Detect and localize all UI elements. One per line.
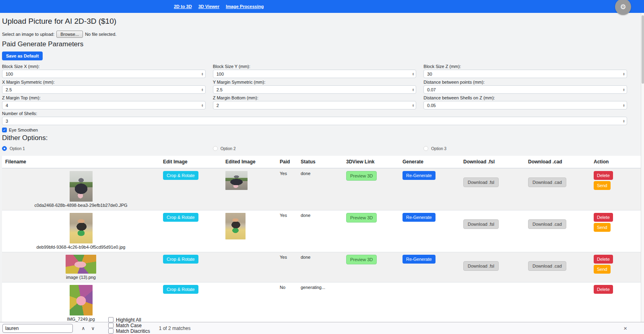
find-option-match-case[interactable]: Match Case (108, 323, 150, 328)
spinner-icon[interactable]: ▲▼ (201, 104, 204, 107)
spinner-icon[interactable]: ▲▼ (623, 72, 625, 76)
gear-icon: ⚙ (620, 4, 626, 10)
delete-button[interactable]: Delete (594, 213, 613, 222)
download-fsl-button[interactable]: Download .fsl (463, 261, 499, 271)
number-input[interactable]: 2▲▼ (213, 101, 417, 109)
form-field: Number of Shells:3▲▼ (2, 111, 627, 125)
number-input[interactable]: 4▲▼ (2, 101, 206, 109)
spinner-icon[interactable]: ▲▼ (201, 88, 204, 91)
dither-option-1[interactable]: Option 1 (2, 146, 206, 151)
edit-image-cell: Crop & Rotate (160, 210, 222, 252)
number-input[interactable]: 2.5▲▼ (2, 85, 206, 94)
crop-rotate-button[interactable]: Crop & Rotate (163, 213, 198, 222)
re-generate-button[interactable]: Re-Generate (402, 213, 436, 222)
re-generate-button[interactable]: Re-Generate (402, 255, 436, 264)
form-field: Block Size Z (mm):30▲▼ (423, 64, 627, 78)
original-image-thumbnail (66, 255, 96, 274)
save-as-default-button[interactable]: Save as Default (2, 52, 43, 60)
re-generate-button[interactable]: Re-Generate (402, 171, 436, 180)
form-field: Block Size X (mm):100▲▼ (2, 64, 206, 78)
number-input[interactable]: 0.05▲▼ (423, 101, 627, 109)
spinner-icon[interactable]: ▲▼ (412, 88, 414, 91)
dither-option-3[interactable]: Option 3 (423, 146, 627, 151)
find-close-button[interactable]: × (623, 325, 627, 331)
input-value: 2.5 (217, 87, 412, 92)
input-value: 100 (6, 72, 201, 76)
radio-icon (213, 146, 218, 151)
delete-button[interactable]: Delete (594, 171, 613, 180)
vertical-scrollbar[interactable] (641, 13, 644, 322)
filename-cell: deb99bfd-9368-4c26-b9b4-0f5cd95d91e0.jpg (2, 210, 160, 252)
paid-cell: No (277, 282, 297, 324)
number-input[interactable]: 3▲▼ (2, 117, 627, 125)
settings-button[interactable]: ⚙ (615, 0, 631, 15)
number-input[interactable]: 2.5▲▼ (213, 85, 417, 94)
send-button[interactable]: Send (594, 265, 611, 274)
number-input[interactable]: 30▲▼ (423, 70, 627, 78)
download-cad-button[interactable]: Download .cad (528, 261, 566, 271)
find-matches-text: 1 of 2 matches (159, 326, 191, 331)
download-cad-cell: Download .cad (525, 169, 590, 210)
download-fsl-button[interactable]: Download .fsl (463, 219, 499, 229)
dither-option-label: Option 1 (10, 146, 25, 151)
form-field: Block Size Y (mm):100▲▼ (213, 64, 417, 78)
filename-label: deb99bfd-9368-4c26-b9b4-0f5cd95d91e0.jpg (37, 245, 126, 249)
send-button[interactable]: Send (594, 223, 611, 232)
browse-button[interactable]: Browse... (56, 31, 83, 38)
field-label: Z Margin Bottom (mm): (213, 95, 417, 100)
find-option-label: Match Diacritics (116, 328, 150, 334)
nav-link-image-processing[interactable]: Image Processing (226, 4, 264, 9)
spinner-icon[interactable]: ▲▼ (623, 104, 625, 107)
original-image-thumbnail (70, 285, 93, 315)
nav-link-2d-to-3d[interactable]: 2D to 3D (174, 4, 192, 9)
input-value: 100 (217, 72, 412, 76)
spinner-icon[interactable]: ▲▼ (623, 120, 625, 123)
field-label: X Margin Symmetric (mm): (2, 80, 206, 85)
form-field: Z Margin Top (mm):4▲▼ (2, 95, 206, 109)
crop-rotate-button[interactable]: Crop & Rotate (163, 285, 198, 294)
number-input[interactable]: 100▲▼ (213, 70, 417, 78)
download-fsl-cell: Download .fsl (460, 169, 525, 210)
number-input[interactable]: 0.07▲▼ (423, 85, 627, 94)
original-image-thumbnail (70, 171, 93, 202)
eye-smoothen-checkbox[interactable]: ✓ (2, 128, 7, 132)
form-field: X Margin Symmetric (mm):2.5▲▼ (2, 79, 206, 94)
checkbox-icon (108, 328, 114, 334)
table-row: deb99bfd-9368-4c26-b9b4-0f5cd95d91e0.jpg… (2, 210, 644, 252)
download-fsl-button[interactable]: Download .fsl (463, 177, 499, 187)
dither-option-2[interactable]: Option 2 (213, 146, 417, 151)
download-cad-cell (525, 282, 590, 324)
preview-3d-button[interactable]: Preview 3D (346, 255, 377, 264)
spinner-icon[interactable]: ▲▼ (201, 72, 204, 76)
download-cad-button[interactable]: Download .cad (528, 177, 566, 187)
crop-rotate-button[interactable]: Crop & Rotate (163, 171, 198, 180)
preview-3d-button[interactable]: Preview 3D (346, 213, 377, 223)
generate-cell: Re-Generate (399, 169, 460, 210)
nav-link-3d-viewer[interactable]: 3D Viewer (198, 4, 219, 9)
edited-image-cell (222, 210, 277, 252)
download-cad-button[interactable]: Download .cad (528, 219, 566, 229)
number-input[interactable]: 100▲▼ (2, 70, 206, 78)
column-header-generate: Generate (399, 156, 460, 168)
crop-rotate-button[interactable]: Crop & Rotate (163, 255, 198, 264)
paid-cell: Yes (277, 210, 297, 252)
find-input[interactable] (2, 324, 73, 333)
table-body: c0da2468-628b-4898-bea3-29efb1b27de0.JPG… (2, 168, 644, 334)
find-option-highlight-all[interactable]: Highlight All (108, 317, 150, 323)
scrollbar-thumb[interactable] (642, 15, 644, 84)
spinner-icon[interactable]: ▲▼ (412, 104, 414, 107)
find-option-match-diacritics[interactable]: Match Diacritics (108, 328, 150, 334)
find-previous-button[interactable]: ∧ (78, 324, 88, 333)
download-fsl-cell: Download .fsl (460, 210, 525, 252)
input-value: 2 (217, 103, 412, 108)
checkbox-icon (108, 317, 114, 322)
preview-3d-button[interactable]: Preview 3D (346, 171, 377, 181)
filename-cell: c0da2468-628b-4898-bea3-29efb1b27de0.JPG (2, 169, 160, 210)
spinner-icon[interactable]: ▲▼ (412, 72, 414, 76)
delete-button[interactable]: Delete (594, 285, 613, 294)
delete-button[interactable]: Delete (594, 255, 613, 264)
form-field: Distance between Shells on Z (mm):0.05▲▼ (423, 95, 627, 109)
send-button[interactable]: Send (594, 181, 611, 190)
spinner-icon[interactable]: ▲▼ (623, 88, 625, 91)
find-next-button[interactable]: ∨ (88, 324, 98, 333)
